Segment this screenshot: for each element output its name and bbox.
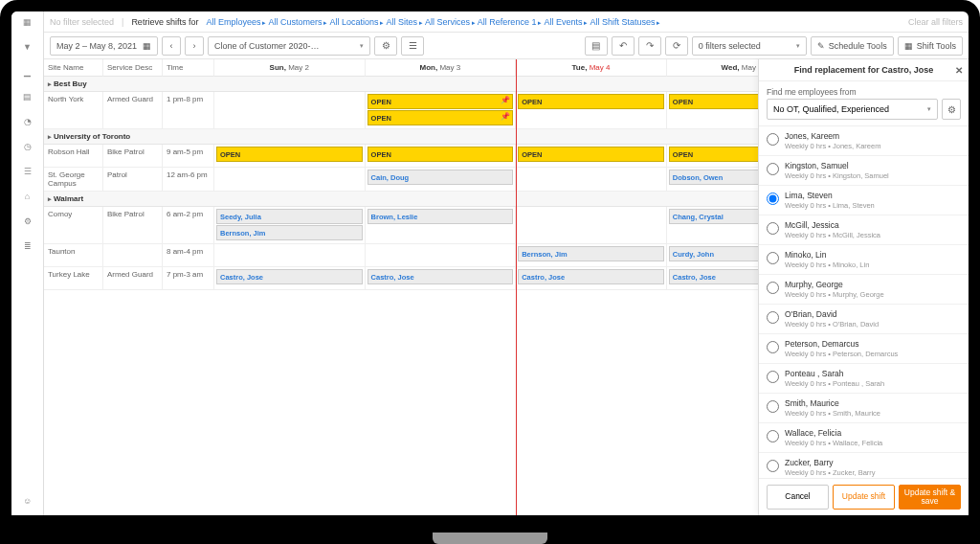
clipboard-icon[interactable]: ▤	[21, 90, 34, 103]
employee-option[interactable]: Murphy, GeorgeWeekly 0 hrs • Murphy, Geo…	[759, 275, 969, 305]
filter-link[interactable]: All Locations	[329, 17, 384, 27]
employee-option[interactable]: Kingston, SamuelWeekly 0 hrs • Kingston,…	[759, 156, 969, 186]
view-select-label: Clone of Customer 2020-…	[214, 41, 320, 51]
update-save-button[interactable]: Update shift & save	[899, 485, 961, 510]
employee-option[interactable]: Jones, KareemWeekly 0 hrs • Jones, Karee…	[759, 126, 969, 156]
shift[interactable]: Castro, Jose	[216, 269, 363, 284]
employee-option[interactable]: Peterson, DemarcusWeekly 0 hrs • Peterso…	[759, 334, 969, 364]
shift[interactable]: Cain, Doug	[368, 170, 514, 185]
view-select[interactable]: Clone of Customer 2020-… ▾	[208, 36, 370, 56]
filter-link[interactable]: All Customers	[268, 17, 327, 27]
employee-radio[interactable]	[767, 311, 779, 324]
employee-radio[interactable]	[767, 282, 779, 294]
employee-option[interactable]: O'Brian, DavidWeekly 0 hrs • O'Brian, Da…	[759, 305, 969, 334]
clear-all-filters[interactable]: Clear all filters	[908, 17, 963, 27]
employee-option[interactable]: Wallace, FeliciaWeekly 0 hrs • Wallace, …	[759, 423, 969, 453]
employee-radio[interactable]	[767, 371, 779, 383]
shift-tools-button[interactable]: ▦ Shift Tools	[898, 36, 963, 56]
filter-link[interactable]: All Employees	[206, 17, 266, 27]
undo-button[interactable]: ↶	[612, 36, 635, 56]
shift-cell[interactable]: Castro, Jose	[214, 267, 366, 290]
filter-link[interactable]: All Services	[425, 17, 476, 27]
list-icon[interactable]: ≣	[21, 239, 34, 253]
shift-cell[interactable]: Castro, Jose	[366, 267, 517, 290]
shift-cell[interactable]: Seedy, JuliaBernson, Jim	[214, 207, 366, 244]
employee-radio[interactable]	[767, 460, 779, 472]
shift-cell[interactable]	[214, 244, 366, 267]
employee-option[interactable]: Ponteau , SarahWeekly 0 hrs • Ponteau , …	[759, 364, 969, 394]
filters-selected[interactable]: 0 filters selected ▾	[692, 36, 807, 56]
settings-button[interactable]: ⚙	[374, 36, 397, 56]
shift-cell[interactable]	[214, 92, 366, 129]
shift-cell[interactable]: Bernson, Jim	[516, 244, 667, 267]
shift-cell[interactable]	[214, 168, 366, 192]
filter-icon[interactable]: ▼	[21, 40, 34, 54]
update-shift-button[interactable]: Update shift	[833, 485, 895, 510]
shift[interactable]: OPEN📌	[368, 94, 514, 109]
shift-cell[interactable]: Brown, Leslie	[366, 207, 517, 244]
employee-radio[interactable]	[767, 193, 779, 205]
shift-cell[interactable]: OPEN	[516, 145, 667, 168]
employee-radio[interactable]	[767, 430, 779, 442]
user-icon[interactable]: ☺	[21, 494, 34, 508]
row-label: Bike Patrol	[103, 145, 163, 168]
filter-settings-button[interactable]: ⚙	[942, 99, 961, 120]
employee-option[interactable]: Zucker, BarryWeekly 0 hrs • Zucker, Barr…	[759, 453, 969, 478]
cancel-button[interactable]: Cancel	[767, 485, 829, 510]
refresh-button[interactable]: ⟳	[665, 36, 688, 56]
shift[interactable]: Bernson, Jim	[216, 225, 363, 240]
shift[interactable]: Castro, Jose	[368, 269, 514, 284]
filter-link[interactable]: All Shift Statuses	[590, 17, 660, 27]
pie-icon[interactable]: ◔	[21, 115, 34, 128]
shift-cell[interactable]	[516, 207, 667, 244]
close-icon[interactable]: ✕	[955, 65, 963, 76]
shift-cell[interactable]: OPEN	[516, 92, 667, 129]
employee-option[interactable]: Minoko, LinWeekly 0 hrs • Minoko, Lin	[759, 245, 969, 275]
shift-cell[interactable]	[516, 168, 667, 192]
shift[interactable]: Castro, Jose	[518, 269, 664, 284]
calendar-icon: ▦	[904, 41, 913, 51]
bell-icon[interactable]: ☰	[21, 165, 34, 178]
shift[interactable]: OPEN📌	[368, 110, 514, 125]
employee-option[interactable]: McGill, JessicaWeekly 0 hrs • McGill, Je…	[759, 215, 969, 245]
shift[interactable]: OPEN	[368, 147, 514, 162]
chart-icon[interactable]: ▁	[21, 65, 34, 79]
schedule-tools-button[interactable]: ✎ Schedule Tools	[811, 36, 894, 56]
clock-icon[interactable]: ◷	[21, 140, 34, 153]
sliders-button[interactable]: ☰	[401, 36, 424, 56]
redo-button[interactable]: ↷	[638, 36, 661, 56]
filter-link[interactable]: All Events	[544, 17, 588, 27]
shift-cell[interactable]: OPEN	[366, 145, 517, 168]
shift-cell[interactable]: OPEN📌OPEN📌	[366, 92, 517, 129]
employee-radio[interactable]	[767, 252, 779, 264]
employee-radio[interactable]	[767, 341, 779, 353]
shift-cell[interactable]: Castro, Jose	[516, 267, 667, 290]
row-label: Turkey Lake	[44, 267, 103, 290]
gear-icon[interactable]: ⚙	[21, 215, 34, 228]
shift[interactable]: OPEN	[518, 147, 664, 162]
shift[interactable]: OPEN	[518, 94, 664, 109]
grid-icon[interactable]: ▦	[21, 15, 34, 29]
shift[interactable]: Brown, Leslie	[368, 209, 514, 224]
next-week-button[interactable]: ›	[185, 36, 204, 56]
date-range[interactable]: May 2 – May 8, 2021 ▦	[50, 36, 158, 56]
shift[interactable]: OPEN	[216, 147, 363, 162]
employee-radio[interactable]	[767, 133, 779, 146]
employee-name: Jones, Kareem	[785, 131, 880, 141]
filter-link[interactable]: All Sites	[386, 17, 422, 27]
employee-radio[interactable]	[767, 163, 779, 175]
employee-option[interactable]: Lima, StevenWeekly 0 hrs • Lima, Steven	[759, 186, 969, 215]
employee-filter-select[interactable]: No OT, Qualified, Experienced ▾	[767, 99, 938, 120]
employee-radio[interactable]	[767, 222, 779, 235]
shift[interactable]: Seedy, Julia	[216, 209, 363, 224]
shift-cell[interactable]: OPEN	[214, 145, 366, 168]
prev-week-button[interactable]: ‹	[162, 36, 181, 56]
filter-link[interactable]: All Reference 1	[478, 17, 543, 27]
clipboard-button[interactable]: ▤	[585, 36, 608, 56]
people-icon[interactable]: ⌂	[21, 190, 34, 203]
employee-option[interactable]: Smith, MauriceWeekly 0 hrs • Smith, Maur…	[759, 394, 969, 423]
shift-cell[interactable]: Cain, Doug	[366, 168, 517, 192]
shift-cell[interactable]	[366, 244, 517, 267]
employee-radio[interactable]	[767, 400, 779, 413]
shift[interactable]: Bernson, Jim	[518, 246, 664, 261]
